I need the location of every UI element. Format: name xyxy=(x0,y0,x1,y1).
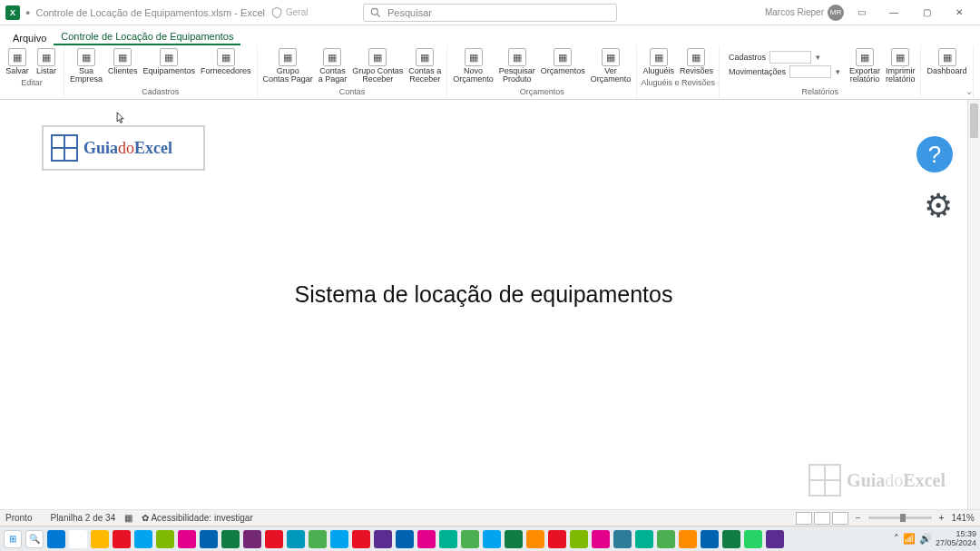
vertical-scrollbar[interactable] xyxy=(967,100,980,509)
group-label-alugueis: Aluguéis e Revisões xyxy=(641,78,715,88)
settings-button[interactable]: ⚙ xyxy=(924,187,953,225)
zoom-in-button[interactable]: + xyxy=(939,513,945,523)
rental-button[interactable]: ▦Aluguéis xyxy=(641,47,676,76)
taskbar-app-icon[interactable] xyxy=(526,530,544,548)
group-label-orcamentos: Orçamentos xyxy=(520,87,564,97)
doc-new-button[interactable]: ▦Novo Orçamento xyxy=(451,47,495,85)
taskbar-app-icon[interactable] xyxy=(352,530,370,548)
zoom-out-button[interactable]: − xyxy=(856,513,861,523)
taskbar-app-icon[interactable] xyxy=(91,530,109,548)
help-button[interactable]: ? xyxy=(916,136,953,172)
taskbar-app-icon[interactable] xyxy=(570,530,588,548)
taskbar-app-icon[interactable] xyxy=(243,530,261,548)
taskbar-app-icon[interactable] xyxy=(722,530,740,548)
taskbar-search-button[interactable]: 🔍 xyxy=(25,530,44,548)
chevron-down-icon[interactable]: ▾ xyxy=(815,53,822,62)
tray-chevron-up-icon[interactable]: ˄ xyxy=(894,533,899,545)
taskbar-app-icon[interactable] xyxy=(635,530,653,548)
status-accessibility[interactable]: ✿ Acessibilidade: investigar xyxy=(142,513,253,523)
tray-wifi-icon[interactable]: 📶 xyxy=(903,533,916,545)
taskbar-app-icon[interactable] xyxy=(679,530,697,548)
taskbar-app-icon[interactable] xyxy=(396,530,414,548)
filter-cadastros-input[interactable] xyxy=(769,51,811,64)
taskbar-app-icon[interactable] xyxy=(221,530,240,548)
ribbon-button-label: Grupo Contas Pagar xyxy=(263,67,313,84)
taskbar-app-icon[interactable] xyxy=(483,530,501,548)
taskbar-app-icon[interactable] xyxy=(505,530,523,548)
tab-controle-locacao[interactable]: Controle de Locação de Equipamentos xyxy=(54,29,240,45)
taskbar-app-icon[interactable] xyxy=(47,530,65,548)
ribbon-button-label: Salvar xyxy=(5,67,29,75)
taskbar-app-icon[interactable] xyxy=(417,530,436,548)
maximize-button[interactable]: ▢ xyxy=(911,2,942,24)
eye-button[interactable]: ▦Ver Orçamento xyxy=(589,47,633,85)
user-account[interactable]: Marcos Rieper MR xyxy=(765,5,844,21)
ribbon-button-label: Listar xyxy=(36,67,56,75)
taskbar-app-icon[interactable] xyxy=(766,530,784,548)
wrench-button[interactable]: ▦Revisões xyxy=(678,47,715,76)
search-product-button[interactable]: ▦Pesquisar Produto xyxy=(497,47,537,85)
taskbar-app-icon[interactable] xyxy=(330,530,348,548)
dashboard-button[interactable]: ▦Dashboard xyxy=(925,47,968,76)
close-button[interactable]: ✕ xyxy=(944,2,975,24)
scrollbar-thumb[interactable] xyxy=(970,103,978,138)
taskbar-app-icon[interactable] xyxy=(657,530,675,548)
ribbon-display-options[interactable]: ▭ xyxy=(846,2,877,24)
money-group-in-icon: ▦ xyxy=(368,48,387,66)
money-in-button[interactable]: ▦Contas a Receber xyxy=(407,47,443,85)
view-page-break-button[interactable] xyxy=(832,512,848,525)
taskbar-app-icon[interactable] xyxy=(287,530,305,548)
tray-clock[interactable]: 15:39 27/05/2024 xyxy=(936,530,976,548)
money-group-in-button[interactable]: ▦Grupo Contas Receber xyxy=(350,47,405,85)
save-button[interactable]: ▦Salvar xyxy=(4,47,31,76)
zoom-level[interactable]: 141% xyxy=(951,513,975,523)
taskbar-app-icon[interactable] xyxy=(592,530,610,548)
view-page-layout-button[interactable] xyxy=(814,512,830,525)
shield-icon xyxy=(270,6,283,19)
taskbar-app-icon[interactable] xyxy=(309,530,327,548)
box-button[interactable]: ▦Equipamentos xyxy=(142,47,198,85)
taskbar-app-icon[interactable] xyxy=(461,530,479,548)
minimize-button[interactable]: — xyxy=(878,2,909,24)
group-label-contas: Contas xyxy=(339,87,366,97)
filter-movimentacoes-input[interactable] xyxy=(789,65,831,78)
start-button[interactable]: ⊞ xyxy=(4,530,22,548)
truck-button[interactable]: ▦Fornecedores xyxy=(199,47,253,85)
taskbar-app-icon[interactable] xyxy=(69,530,87,548)
menu-button[interactable]: ▦Menu xyxy=(977,47,980,85)
view-normal-button[interactable] xyxy=(796,512,812,525)
taskbar-app-icon[interactable] xyxy=(548,530,566,548)
taskbar-app-icon[interactable] xyxy=(744,530,762,548)
docs-button[interactable]: ▦Orçamentos xyxy=(539,47,587,85)
collapse-ribbon-icon[interactable]: ⌄ xyxy=(965,86,973,96)
worksheet-content[interactable]: GuiadoExcel Sistema de locação de equipa… xyxy=(0,100,967,509)
taskbar-app-icon[interactable] xyxy=(701,530,719,548)
taskbar-app-icon[interactable] xyxy=(439,530,457,548)
export-button[interactable]: ▦Exportar relatório xyxy=(848,47,882,85)
status-sheet-info: Planilha 2 de 34 xyxy=(50,513,115,523)
people-button[interactable]: ▦Clientes xyxy=(106,47,140,85)
taskbar-app-icon[interactable] xyxy=(156,530,174,548)
building-button[interactable]: ▦Sua Empresa xyxy=(68,47,104,85)
chevron-down-icon[interactable]: ▾ xyxy=(835,67,842,76)
taskbar-app-icon[interactable] xyxy=(374,530,392,548)
ribbon-button-label: Grupo Contas Receber xyxy=(352,67,403,84)
taskbar-app-icon[interactable] xyxy=(134,530,152,548)
taskbar-app-icon[interactable] xyxy=(265,530,283,548)
money-group-button[interactable]: ▦Grupo Contas Pagar xyxy=(261,47,315,85)
search-icon xyxy=(369,6,382,19)
ribbon-tabs: Arquivo Controle de Locação de Equipamen… xyxy=(0,25,980,45)
taskbar-app-icon[interactable] xyxy=(200,530,218,548)
search-input[interactable]: Pesquisar xyxy=(363,4,617,22)
taskbar-app-icon[interactable] xyxy=(178,530,196,548)
privacy-label: Geral xyxy=(270,6,308,19)
taskbar-app-icon[interactable] xyxy=(613,530,632,548)
print-button[interactable]: ▦Imprimir relatório xyxy=(884,47,917,85)
tray-volume-icon[interactable]: 🔊 xyxy=(919,533,932,545)
tab-file[interactable]: Arquivo xyxy=(5,31,54,45)
money-out-button[interactable]: ▦Contas a Pagar xyxy=(317,47,349,85)
taskbar-app-icon[interactable] xyxy=(113,530,131,548)
list-button[interactable]: ▦Listar xyxy=(33,47,60,76)
zoom-slider[interactable] xyxy=(868,517,932,519)
excel-app-icon: X xyxy=(5,5,20,20)
